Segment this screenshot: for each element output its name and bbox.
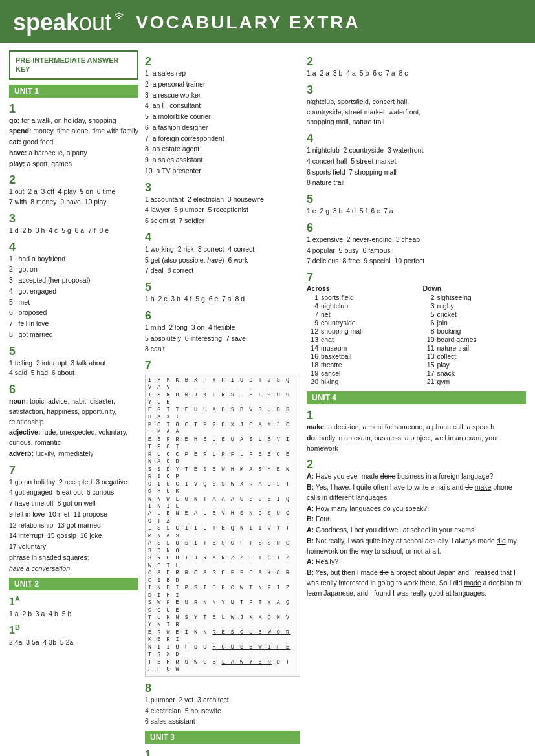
dialogue-b2: B: Four. [307, 514, 526, 524]
wifi-icon [113, 11, 126, 20]
down-17: 17snack [423, 369, 527, 377]
section-1b-content: 2 4a 3 5a 4 3b 5 2a [9, 638, 138, 648]
section-7-num: 7 [9, 464, 138, 476]
c-section-3-num: 3 [145, 182, 300, 193]
svg-point-0 [118, 17, 120, 19]
across-9: 9countryside [307, 319, 410, 327]
section-2-content: 1 out 2 a 3 off 4 play 5 on 6 time7 with… [9, 187, 138, 208]
across-16: 16basketball [307, 352, 410, 360]
dialogue-a4: A: Really? [307, 557, 526, 567]
pre-intermediate-box: PRE-INTERMEDIATE ANSWER KEY [9, 50, 138, 80]
across-18: 18theatre [307, 361, 410, 369]
dialogue-a2: A: How many languages do you speak? [307, 504, 526, 514]
c-section-3-content: 1 accountant 2 electrician 3 housewife 4… [145, 195, 300, 226]
down-21: 21gym [423, 378, 527, 385]
s7-2: 4 got engaged 5 eat out 6 curious [9, 488, 138, 498]
go-line: go: for a walk, on holiday, shopping [9, 116, 138, 126]
down-13: 13collect [423, 352, 527, 360]
c-section-2-num: 2 [145, 56, 300, 67]
r-section-7-num: 7 [307, 272, 526, 283]
c-section-8-num: 8 [145, 682, 300, 694]
section-1-num: 1 [9, 103, 138, 114]
section-3-content: 1 d 2 b 3 h 4 c 5 g 6 a 7 f 8 e [9, 226, 138, 236]
across-col: Across 1sports field 4nightclub 7net 9co… [307, 285, 410, 386]
section-2-num: 2 [9, 174, 138, 186]
s4-8: 8 got married [9, 330, 138, 340]
down-3: 3rugby [423, 302, 527, 310]
across-4: 4nightclub [307, 302, 410, 310]
r-section-4-content: 1 nightclub 2 countryside 3 waterfront 4… [307, 146, 526, 188]
across-19: 19cancel [307, 369, 410, 377]
s4-6: 6 proposed [9, 308, 138, 318]
s4-2: 2 got on [9, 265, 138, 275]
unit2-header: UNIT 2 [9, 578, 138, 590]
wordsearch-grid: I H M K B X P Y P I U D T J S Q V A V I … [145, 374, 300, 677]
c-section-6-content: 1 mind 2 long 3 on 4 flexible 5 absolute… [145, 323, 300, 354]
dialogue-b1: B: Yes, I have. I quite often have to wr… [307, 482, 526, 503]
across-12: 12shopping mall [307, 327, 410, 335]
across-14: 14museum [307, 344, 410, 352]
across-1: 1sports field [307, 294, 410, 301]
s7-6: 14 interrupt 15 gossip 16 joke [9, 531, 138, 541]
s7-7: 17 voluntary [9, 542, 138, 552]
section-1a-content: 1 a 2 b 3 a 4 b 5 b [9, 609, 138, 620]
main-content: PRE-INTERMEDIATE ANSWER KEY UNIT 1 1 go:… [0, 43, 535, 756]
play-line: play: a sport, games [9, 159, 138, 169]
down-title: Down [423, 285, 527, 292]
spend-line: spend: money, time alone, time with fami… [9, 126, 138, 136]
down-5: 5cricket [423, 310, 527, 318]
s4-3: 3 accepted (her proposal) [9, 275, 138, 286]
dialogue: A: Have you ever made done business in a… [307, 471, 526, 598]
dialogue-a1: A: Have you ever made done business in a… [307, 471, 526, 482]
right-column: 2 1 a 2 a 3 b 4 a 5 b 6 c 7 a 8 c 3 nigh… [307, 50, 526, 756]
c-section-7-num: 7 [145, 360, 300, 371]
s6-noun: noun: topic, advice, habit, disaster, sa… [9, 396, 138, 427]
section-3-text: 1 d 2 b 3 h 4 c 5 g 6 a 7 f 8 e [9, 226, 138, 236]
section-5-text: 1 telling 2 interrupt 3 talk about4 said… [9, 358, 138, 379]
down-8: 8booking [423, 327, 527, 335]
center-column: 2 1 a sales rep 2 a personal trainer 3 a… [145, 50, 300, 756]
section-4-num: 4 [9, 241, 138, 253]
s1b-text: 2 4a 3 5a 4 3b 5 2a [9, 638, 138, 648]
section-5-content: 1 telling 2 interrupt 3 talk about4 said… [9, 358, 138, 379]
c-section-6-num: 6 [145, 310, 300, 321]
unit1-header: UNIT 1 [9, 85, 138, 98]
c-section-4-num: 4 [145, 232, 300, 243]
section-4-content: 1 had a boyfriend 2 got on 3 accepted (h… [9, 254, 138, 340]
r-section-3-num: 3 [307, 84, 526, 96]
down-2: 2sightseeing [423, 294, 527, 301]
across-title: Across [307, 285, 410, 292]
unit3-header: UNIT 3 [145, 731, 300, 744]
u4-section-1-num: 1 [307, 409, 526, 421]
r-section-6-content: 1 expensive 2 never-ending 3 cheap 4 pop… [307, 235, 526, 266]
c-section-8-content: 1 plumber 2 vet 3 architect 4 electricia… [145, 695, 300, 727]
section-5-num: 5 [9, 345, 138, 357]
eat-line: eat: good food [9, 137, 138, 147]
across-down-section: Across 1sports field 4nightclub 7net 9co… [307, 285, 526, 386]
s4-7: 7 fell in love [9, 319, 138, 329]
section-1-content: go: for a walk, on holiday, shopping spe… [9, 116, 138, 169]
across-7: 7net [307, 310, 410, 318]
dialogue-b3: B: Not really, I was quite lazy at schoo… [307, 536, 526, 557]
pre-intermediate-label: PRE-INTERMEDIATE ANSWER KEY [16, 56, 132, 74]
down-6: 6join [423, 319, 527, 327]
r-section-4-num: 4 [307, 133, 526, 144]
logo: speakout [13, 9, 126, 36]
logo-speak: speak [13, 9, 79, 36]
section-6-num: 6 [9, 383, 138, 395]
section-7-content: 1 go on holiday 2 accepted 3 negative 4 … [9, 477, 138, 574]
s4-1: 1 had a boyfriend [9, 254, 138, 265]
down-col: Down 2sightseeing 3rugby 5cricket 6join … [423, 285, 527, 386]
r-section-2-content: 1 a 2 a 3 b 4 a 5 b 6 c 7 a 8 c [307, 69, 526, 79]
c-section-5-num: 5 [145, 281, 300, 293]
c-section-5-content: 1 h 2 c 3 b 4 f 5 g 6 e 7 a 8 d [145, 294, 300, 305]
s4-5: 5 met [9, 297, 138, 308]
s7-italic: have a conversation [9, 564, 138, 574]
dialogue-b4: B: Yes, but then I made did a project ab… [307, 568, 526, 598]
section-3-num: 3 [9, 213, 138, 224]
r-section-3-content: nightclub, sportsfield, concert hall,cou… [307, 97, 526, 127]
left-column: PRE-INTERMEDIATE ANSWER KEY UNIT 1 1 go:… [9, 50, 138, 756]
down-11: 11nature trail [423, 344, 527, 352]
section-1a-num: 1A [9, 596, 138, 607]
section-2-text: 1 out 2 a 3 off 4 play 5 on 6 time7 with… [9, 187, 138, 208]
